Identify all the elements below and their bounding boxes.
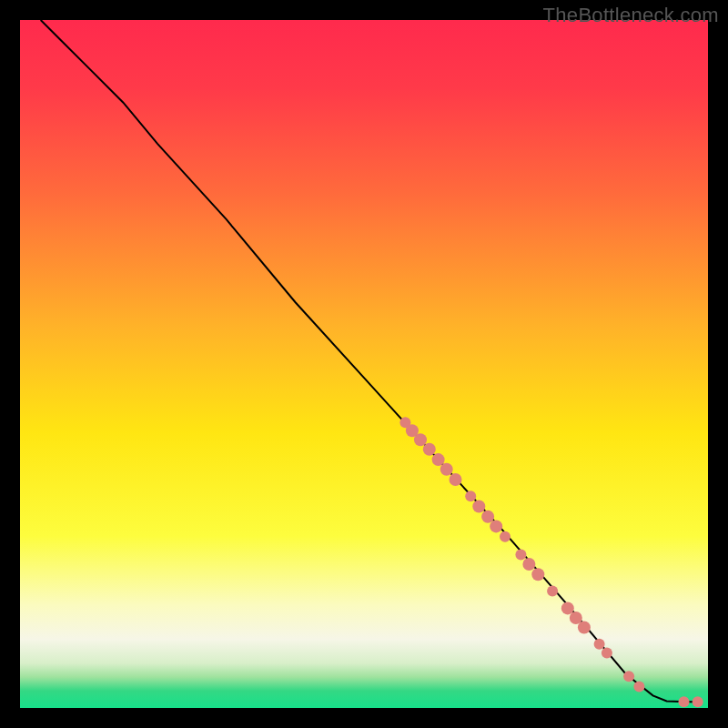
data-marker (472, 500, 485, 513)
data-marker (450, 473, 462, 486)
data-marker (414, 433, 427, 446)
chart-stage: TheBottleneck.com (0, 0, 728, 728)
data-marker (432, 453, 445, 466)
gradient-background (20, 20, 708, 708)
data-marker (633, 682, 644, 693)
plot-area (20, 20, 708, 708)
data-marker (481, 511, 494, 523)
data-marker (679, 696, 690, 707)
data-marker (500, 531, 511, 542)
chart-svg (20, 20, 708, 708)
data-marker (693, 696, 703, 707)
data-marker (623, 671, 634, 682)
data-marker (594, 639, 605, 650)
data-marker (578, 622, 591, 634)
data-marker (423, 443, 436, 456)
watermark-text: TheBottleneck.com (543, 4, 719, 27)
data-marker (561, 602, 574, 614)
data-marker (522, 558, 535, 571)
data-marker (490, 520, 502, 532)
data-marker (602, 648, 612, 659)
data-marker (547, 586, 558, 597)
data-marker (465, 490, 476, 501)
data-marker (531, 568, 544, 581)
data-marker (440, 463, 453, 476)
data-marker (515, 549, 526, 560)
